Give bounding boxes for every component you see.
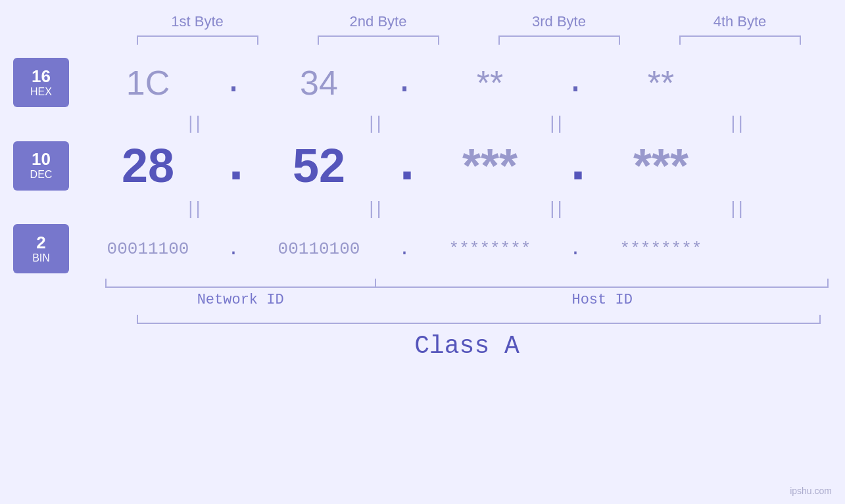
eq2-4: || xyxy=(731,198,746,219)
bracket-byte4 xyxy=(679,35,801,45)
hex-byte2: 34 xyxy=(300,63,338,103)
outer-bracket xyxy=(137,315,821,324)
bin-dot3: . xyxy=(562,239,589,259)
eq1-cell3: || xyxy=(485,112,630,133)
hex-badge-num: 16 xyxy=(32,68,51,85)
dec-byte1-cell: 28 xyxy=(76,139,220,193)
byte2-header: 2nd Byte xyxy=(306,13,450,30)
bin-byte2-cell: 00110100 xyxy=(247,239,391,259)
eq2-cell2: || xyxy=(304,198,449,219)
dec-row: 10 DEC 28 . 52 . *** . *** xyxy=(13,139,832,193)
bin-badge: 2 BIN xyxy=(13,224,69,273)
hex-byte4: ** xyxy=(648,63,674,103)
dec-byte3-cell: *** xyxy=(418,139,562,193)
hex-row: 16 HEX 1C . 34 . ** . ** xyxy=(13,58,832,107)
dec-values: 28 . 52 . *** . *** xyxy=(76,139,832,193)
hex-badge: 16 HEX xyxy=(13,58,69,107)
byte4-header: 4th Byte xyxy=(667,13,812,30)
eq2-1: || xyxy=(188,198,203,219)
dec-dot1: . xyxy=(220,139,247,192)
eq1-cell4: || xyxy=(666,112,811,133)
bin-dot2: . xyxy=(391,239,418,259)
bin-badge-num: 2 xyxy=(36,234,45,251)
bin-badge-label: BIN xyxy=(32,252,50,264)
bin-byte4-cell: ******** xyxy=(589,239,733,259)
bracket-byte2 xyxy=(318,35,439,45)
eq1-3: || xyxy=(550,112,565,133)
bin-row: 2 BIN 00011100 . 00110100 . ******** . *… xyxy=(13,224,832,273)
hex-values: 1C . 34 . ** . ** xyxy=(76,63,832,103)
dec-badge-num: 10 xyxy=(32,150,51,168)
eq1-cell2: || xyxy=(304,112,449,133)
eq2-cell4: || xyxy=(666,198,811,219)
hex-dot2: . xyxy=(391,66,418,100)
hex-byte3: ** xyxy=(477,63,503,103)
bin-byte1-cell: 00011100 xyxy=(76,239,220,259)
top-brackets xyxy=(107,35,831,45)
byte3-header: 3rd Byte xyxy=(487,13,631,30)
bin-byte3: ******** xyxy=(449,239,531,259)
host-bracket xyxy=(375,279,829,288)
byte1-header: 1st Byte xyxy=(125,13,270,30)
dec-badge: 10 DEC xyxy=(13,141,69,191)
eq1-4: || xyxy=(731,112,746,133)
dec-byte4-cell: *** xyxy=(589,139,733,193)
bin-dot1: . xyxy=(220,239,247,259)
equals-row-2: || || || || xyxy=(105,193,829,224)
bracket-byte1 xyxy=(137,35,258,45)
dec-byte4: *** xyxy=(633,139,688,193)
bin-byte1: 00011100 xyxy=(107,239,189,259)
host-id-label: Host ID xyxy=(375,292,829,308)
dec-byte2: 52 xyxy=(293,139,345,193)
eq1-2: || xyxy=(369,112,384,133)
hex-byte1: 1C xyxy=(126,63,170,103)
equals-row-1: || || || || xyxy=(105,107,829,139)
byte-headers: 1st Byte 2nd Byte 3rd Byte 4th Byte xyxy=(107,13,831,30)
eq1-1: || xyxy=(188,112,203,133)
bin-byte2: 00110100 xyxy=(278,239,360,259)
dec-dot3: . xyxy=(562,139,589,192)
hex-dot1: . xyxy=(220,66,247,100)
watermark: ipshu.com xyxy=(790,486,832,496)
dec-byte1: 28 xyxy=(122,139,174,193)
hex-dot3: . xyxy=(562,66,589,100)
hex-byte1-cell: 1C xyxy=(76,63,220,103)
bracket-byte3 xyxy=(498,35,620,45)
bin-byte4: ******** xyxy=(620,239,702,259)
eq2-cell1: || xyxy=(124,198,268,219)
main-container: 1st Byte 2nd Byte 3rd Byte 4th Byte 16 H… xyxy=(0,0,845,504)
dec-badge-label: DEC xyxy=(30,169,53,181)
bin-byte3-cell: ******** xyxy=(418,239,562,259)
hex-byte4-cell: ** xyxy=(589,63,733,103)
dec-byte3: *** xyxy=(462,139,518,193)
class-label: Class A xyxy=(105,332,829,360)
eq1-cell1: || xyxy=(124,112,268,133)
eq2-3: || xyxy=(550,198,565,219)
eq2-2: || xyxy=(369,198,384,219)
hex-byte2-cell: 34 xyxy=(247,63,391,103)
eq2-cell3: || xyxy=(485,198,630,219)
dec-byte2-cell: 52 xyxy=(247,139,391,193)
bottom-brackets xyxy=(105,279,829,288)
bin-values: 00011100 . 00110100 . ******** . *******… xyxy=(76,239,832,259)
dec-dot2: . xyxy=(391,139,418,192)
network-id-label: Network ID xyxy=(105,292,375,308)
network-bracket xyxy=(105,279,376,288)
hex-badge-label: HEX xyxy=(30,86,52,98)
hex-byte3-cell: ** xyxy=(418,63,562,103)
id-labels: Network ID Host ID xyxy=(105,292,829,308)
